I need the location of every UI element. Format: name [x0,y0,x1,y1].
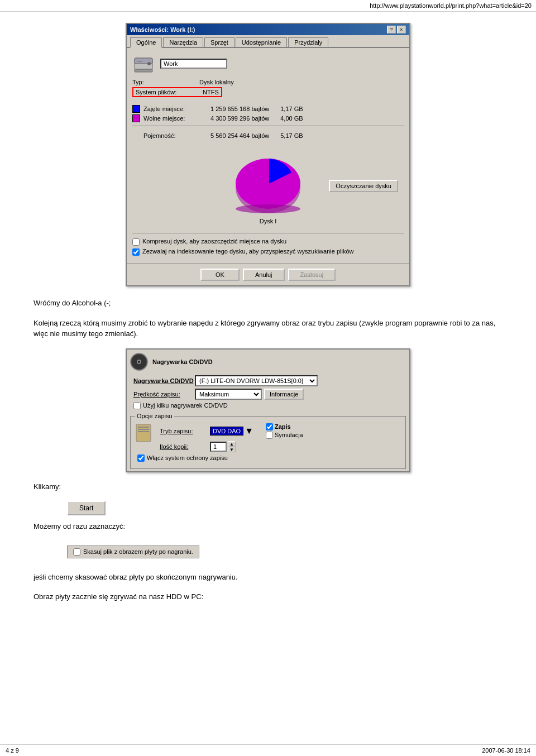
copies-up-button[interactable]: ▲ [228,441,236,447]
ok-button[interactable]: OK [200,269,240,281]
checkbox-section: Kompresuj dysk, aby zaoszczędzić miejsce… [132,233,404,256]
chart-section: Dysk I Oczyszczanie dysku [132,147,404,224]
filesystem-value: NTFS [203,89,219,95]
url-bar: http://www.playstationworld.pl/print.php… [0,0,536,12]
alcohol-dialog: Nagrywarka CD/DVD Nagrywarka CD/DVD (F:)… [126,348,410,472]
free-color-box [132,114,140,122]
drive-icon [132,54,155,73]
used-color-box [132,105,140,113]
svg-point-5 [236,159,300,209]
footer-datetime: 2007-06-30 18:14 [482,747,530,754]
drive-name-input[interactable] [160,59,227,69]
write-checkbox[interactable] [266,423,273,430]
url-text: http://www.playstationworld.pl/print.php… [370,2,532,9]
text6: Obraz płyty zacznie się zgrywać na nasz … [34,591,502,602]
tab-hardware[interactable]: Sprzęt [204,37,234,47]
tab-general[interactable]: Ogólne [130,37,162,48]
used-row: Zajęte miejsce: 1 259 655 168 bajtów 1,1… [132,105,404,113]
dialog-footer: OK Anuluj Zastosuj [127,264,409,285]
cleanup-button[interactable]: Oczyszczanie dysku [329,180,398,192]
capacity-row: Pojemność: 5 560 254 464 bajtów 5,17 GB [132,132,404,139]
filesystem-label: System plików: [136,89,203,95]
delete-image-checkbox[interactable] [73,548,80,556]
option-text: Możemy od razu zaznaczyć: [34,521,502,532]
write-icon [135,423,152,454]
index-checkbox[interactable] [132,248,140,256]
start-btn-container: Start [67,501,502,515]
start-button[interactable]: Start [67,501,106,515]
index-row: Zezwalaj na indeksowanie tego dysku, aby… [132,248,404,256]
intro-text: Wróćmy do Alcohol-a (-; [34,298,502,309]
free-gb: 4,00 GB [280,115,303,122]
capacity-bytes: 5 560 254 464 bajtów [210,132,269,139]
page-footer: 4 z 9 2007-06-30 18:14 [0,744,536,756]
tab-sharing[interactable]: Udostępnianie [236,37,287,47]
properties-dialog: Właściwości: Work (I:) ? × Ogólne Narzęd… [126,23,410,286]
compress-label: Kompresuj dysk, aby zaoszczędzić miejsce… [142,238,286,245]
used-label: Zajęte miejsce: [143,106,210,112]
svg-point-2 [147,62,151,65]
tab-quota[interactable]: Przydziały [288,37,328,47]
write-mode-dropdown-icon[interactable]: ▼ [245,426,253,436]
svg-rect-3 [137,61,142,62]
dialog-title: Właściwości: Work (I:) [130,26,195,33]
disk-label: Dysk I [229,218,307,224]
index-label: Zezwalaj na indeksowanie tego dysku, aby… [142,248,353,255]
alc-info-button[interactable]: Informacje [264,389,304,400]
used-bytes: 1 259 655 168 bajtów [210,106,269,112]
type-value: Dysk lokalny [199,79,234,85]
simulate-checkbox[interactable] [266,432,273,439]
copies-row: Ilość kopii: ▲ ▼ [157,441,401,452]
free-bytes: 4 300 599 296 bajtów [210,115,269,122]
dialog-titlebar: Właściwości: Work (I:) ? × [127,24,409,35]
tab-tools[interactable]: Narzędzia [163,37,203,47]
body-text-1: Kolejną rzeczą którą musimy zrobić to wy… [34,318,502,339]
apply-button[interactable]: Zastosuj [288,269,336,281]
svg-rect-4 [135,69,152,72]
protect-label: Włącz system ochrony zapisu [147,454,228,461]
option-label: Skasuj plik z obrazem płyty po nagraniu. [83,548,193,555]
write-section-title: Opcje zapisu [135,413,174,419]
drive-header [132,54,404,73]
used-gb: 1,17 GB [280,106,303,112]
protect-row: Włącz system ochrony zapisu [135,454,401,462]
capacity-label: Pojemność: [143,132,210,139]
copies-down-button[interactable]: ▼ [228,447,236,452]
alc-speed-select[interactable]: Maksimum [195,389,262,400]
alc-multi-label: Użyj kilku nagrywarek CD/DVD [143,402,228,409]
protect-checkbox[interactable] [137,454,145,462]
write-mode-label: Tryb zapisu: [160,428,210,434]
alc-multi-row: Użyj kilku nagrywarek CD/DVD [131,402,405,409]
free-label: Wolne miejsce: [143,115,210,122]
drive-section-title: Nagrywarka CD/DVD [152,358,213,365]
write-options-section: Opcje zapisu Tryb zapisu: DVD DAO [130,416,406,469]
copies-label: Ilość kopii: [160,443,210,450]
dialog-tabs: Ogólne Narzędzia Sprzęt Udostępnianie Pr… [127,35,409,48]
copies-input[interactable] [210,442,227,452]
alc-speed-label: Prędkość zapisu: [133,391,195,398]
alc-drive-row: Nagrywarka CD/DVD (F:) LITE-ON DVDRW LDW… [131,375,405,386]
pie-chart: Dysk I [229,147,307,224]
compress-checkbox[interactable] [132,238,140,246]
close-button[interactable]: × [397,26,406,34]
filesystem-row: System plików: NTFS [132,87,222,97]
option-box: Skasuj plik z obrazem płyty po nagraniu. [67,546,199,558]
write-mode-row: Tryb zapisu: DVD DAO ▼ Zapis Symulacja [157,423,401,439]
capacity-gb: 5,17 GB [280,132,303,139]
alc-drive-select[interactable]: (F:) LITE-ON DVDRW LDW-851S[0:0] [195,375,318,386]
alc-drive-label: Nagrywarka CD/DVD [133,377,195,384]
disc-icon [130,353,148,371]
alc-header: Nagrywarka CD/DVD [127,350,409,374]
text5: jeśli chcemy skasować obraz płyty po sko… [34,572,502,583]
svg-point-9 [138,361,140,363]
svg-rect-13 [138,431,149,432]
svg-rect-12 [138,429,149,430]
write-label: Zapis [275,423,291,430]
help-button[interactable]: ? [387,26,396,34]
alc-multi-checkbox[interactable] [133,402,141,409]
click-text: Klikamy: [34,481,502,492]
alc-speed-row: Prędkość zapisu: Maksimum Informacje [131,389,405,400]
simulate-label: Symulacja [275,432,303,438]
cancel-button[interactable]: Anuluj [243,269,285,281]
free-row: Wolne miejsce: 4 300 599 296 bajtów 4,00… [132,114,404,122]
